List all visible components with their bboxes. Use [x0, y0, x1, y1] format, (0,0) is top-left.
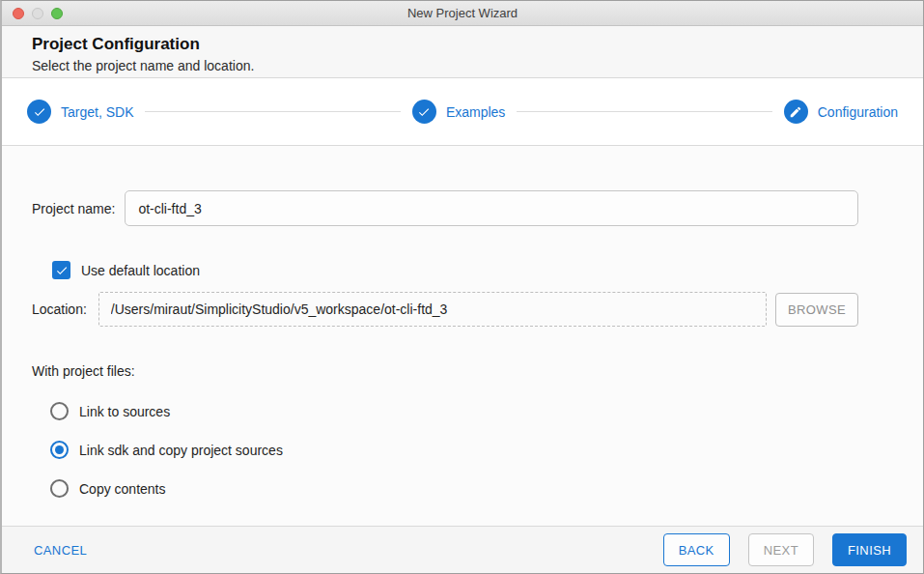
step-label: Configuration: [818, 104, 898, 120]
step-label: Target, SDK: [61, 104, 133, 120]
wizard-stepper: Target, SDK Examples Configuration: [2, 78, 923, 146]
page-title: Project Configuration: [32, 33, 923, 56]
use-default-location-checkbox[interactable]: [52, 261, 70, 279]
step-label: Examples: [446, 104, 505, 120]
window-title: New Project Wizard: [2, 6, 923, 20]
back-button[interactable]: BACK: [663, 533, 730, 566]
location-input[interactable]: [98, 292, 767, 327]
finish-button[interactable]: FINISH: [832, 533, 907, 566]
radio-option-copy-contents[interactable]: Copy contents: [50, 479, 923, 498]
project-name-row: Project name:: [32, 190, 858, 226]
with-project-files-section: With project files:: [32, 362, 923, 380]
browse-button[interactable]: BROWSE: [775, 293, 858, 327]
check-icon: [412, 100, 436, 124]
radio-label: Link to sources: [79, 404, 170, 419]
radio-icon[interactable]: [50, 402, 69, 420]
new-project-wizard-window: New Project Wizard Project Configuration…: [0, 0, 924, 574]
titlebar: New Project Wizard: [2, 1, 923, 26]
page-subtitle: Select the project name and location.: [32, 56, 923, 75]
location-label: Location:: [32, 301, 87, 317]
stepper-connector: [145, 111, 400, 112]
location-row: Location: BROWSE: [32, 292, 858, 327]
cancel-button[interactable]: CANCEL: [34, 543, 87, 558]
stepper-connector: [517, 111, 771, 112]
check-icon: [27, 100, 51, 124]
radio-icon[interactable]: [50, 479, 69, 498]
wizard-footer: CANCEL BACK NEXT FINISH: [2, 526, 923, 573]
next-button[interactable]: NEXT: [748, 533, 814, 566]
step-configuration[interactable]: Configuration: [784, 100, 898, 124]
radio-label: Copy contents: [79, 481, 166, 497]
radio-label: Link sdk and copy project sources: [79, 443, 283, 458]
pencil-icon: [784, 100, 808, 124]
wizard-header: Project Configuration Select the project…: [2, 26, 923, 78]
project-name-label: Project name:: [32, 201, 115, 216]
project-name-input[interactable]: [125, 190, 858, 226]
step-examples[interactable]: Examples: [412, 100, 505, 124]
with-project-files-label: With project files:: [32, 363, 135, 379]
radio-selected-icon[interactable]: [50, 441, 69, 459]
configuration-form: Project name: Use default location Locat…: [2, 146, 923, 526]
use-default-location-label: Use default location: [81, 263, 200, 278]
radio-option-link-to-sources[interactable]: Link to sources: [50, 402, 923, 420]
radio-option-link-sdk-copy-sources[interactable]: Link sdk and copy project sources: [50, 441, 923, 459]
step-target-sdk[interactable]: Target, SDK: [27, 100, 133, 124]
use-default-location-row[interactable]: Use default location: [52, 261, 923, 279]
